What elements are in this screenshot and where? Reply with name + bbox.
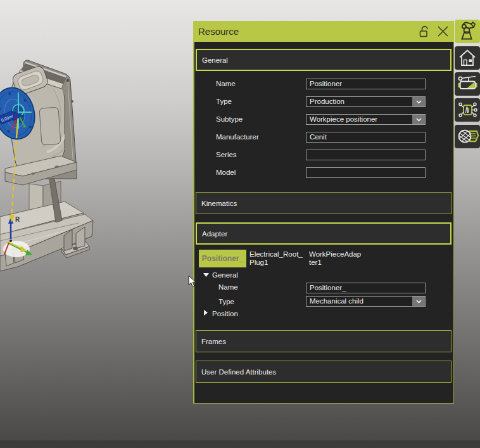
svg-text:R: R	[15, 216, 20, 223]
